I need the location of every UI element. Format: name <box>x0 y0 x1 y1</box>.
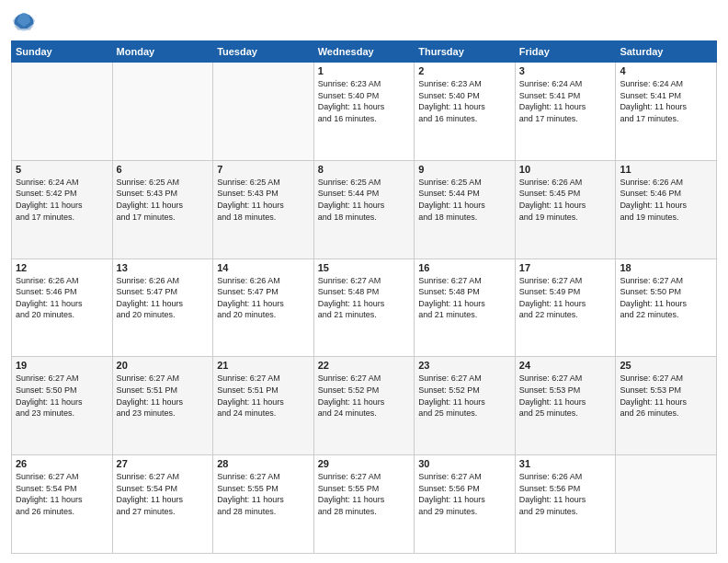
weekday-saturday: Saturday <box>616 41 717 63</box>
day-cell: 28Sunrise: 6:27 AM Sunset: 5:55 PM Dayli… <box>213 455 314 554</box>
day-info: Sunrise: 6:27 AM Sunset: 5:51 PM Dayligh… <box>217 373 310 419</box>
day-cell: 17Sunrise: 6:27 AM Sunset: 5:49 PM Dayli… <box>515 259 616 357</box>
day-info: Sunrise: 6:23 AM Sunset: 5:40 PM Dayligh… <box>418 78 511 124</box>
day-info: Sunrise: 6:24 AM Sunset: 5:41 PM Dayligh… <box>519 78 612 124</box>
day-number: 4 <box>620 65 712 76</box>
day-cell: 5Sunrise: 6:24 AM Sunset: 5:42 PM Daylig… <box>12 160 113 259</box>
day-info: Sunrise: 6:25 AM Sunset: 5:43 PM Dayligh… <box>117 177 210 223</box>
week-row-2: 5Sunrise: 6:24 AM Sunset: 5:42 PM Daylig… <box>12 160 717 259</box>
day-cell: 14Sunrise: 6:26 AM Sunset: 5:47 PM Dayli… <box>213 259 314 357</box>
day-info: Sunrise: 6:26 AM Sunset: 5:47 PM Dayligh… <box>117 275 210 321</box>
day-cell <box>616 455 717 554</box>
day-number: 15 <box>318 262 411 273</box>
day-cell: 8Sunrise: 6:25 AM Sunset: 5:44 PM Daylig… <box>313 160 415 259</box>
day-info: Sunrise: 6:27 AM Sunset: 5:53 PM Dayligh… <box>519 373 612 419</box>
weekday-wednesday: Wednesday <box>313 41 415 63</box>
page: SundayMondayTuesdayWednesdayThursdayFrid… <box>0 0 728 563</box>
day-cell <box>12 63 113 161</box>
day-cell: 9Sunrise: 6:25 AM Sunset: 5:44 PM Daylig… <box>415 160 516 259</box>
day-number: 25 <box>620 360 712 371</box>
day-info: Sunrise: 6:24 AM Sunset: 5:42 PM Dayligh… <box>16 177 108 223</box>
day-number: 26 <box>16 458 108 469</box>
weekday-sunday: Sunday <box>12 41 113 63</box>
day-info: Sunrise: 6:27 AM Sunset: 5:54 PM Dayligh… <box>16 471 108 517</box>
day-info: Sunrise: 6:26 AM Sunset: 5:46 PM Dayligh… <box>16 275 108 321</box>
day-info: Sunrise: 6:26 AM Sunset: 5:47 PM Dayligh… <box>217 275 310 321</box>
day-number: 27 <box>117 458 210 469</box>
day-number: 3 <box>519 65 612 76</box>
day-number: 28 <box>217 458 310 469</box>
day-info: Sunrise: 6:27 AM Sunset: 5:52 PM Dayligh… <box>318 373 411 419</box>
day-number: 12 <box>16 262 108 273</box>
day-number: 8 <box>318 164 411 175</box>
day-cell: 27Sunrise: 6:27 AM Sunset: 5:54 PM Dayli… <box>112 455 213 554</box>
week-row-5: 26Sunrise: 6:27 AM Sunset: 5:54 PM Dayli… <box>12 455 717 554</box>
day-cell: 7Sunrise: 6:25 AM Sunset: 5:43 PM Daylig… <box>213 160 314 259</box>
day-cell: 18Sunrise: 6:27 AM Sunset: 5:50 PM Dayli… <box>616 259 717 357</box>
day-info: Sunrise: 6:25 AM Sunset: 5:44 PM Dayligh… <box>418 177 511 223</box>
day-info: Sunrise: 6:23 AM Sunset: 5:40 PM Dayligh… <box>318 78 411 124</box>
day-cell: 12Sunrise: 6:26 AM Sunset: 5:46 PM Dayli… <box>12 259 113 357</box>
day-info: Sunrise: 6:27 AM Sunset: 5:55 PM Dayligh… <box>318 471 411 517</box>
day-cell: 4Sunrise: 6:24 AM Sunset: 5:41 PM Daylig… <box>616 63 717 161</box>
day-info: Sunrise: 6:27 AM Sunset: 5:55 PM Dayligh… <box>217 471 310 517</box>
day-number: 20 <box>117 360 210 371</box>
day-number: 23 <box>418 360 511 371</box>
week-row-4: 19Sunrise: 6:27 AM Sunset: 5:50 PM Dayli… <box>12 357 717 455</box>
logo-icon <box>11 9 37 35</box>
weekday-header-row: SundayMondayTuesdayWednesdayThursdayFrid… <box>12 41 717 63</box>
weekday-thursday: Thursday <box>415 41 516 63</box>
day-cell: 6Sunrise: 6:25 AM Sunset: 5:43 PM Daylig… <box>112 160 213 259</box>
day-number: 2 <box>418 65 511 76</box>
day-info: Sunrise: 6:25 AM Sunset: 5:43 PM Dayligh… <box>217 177 310 223</box>
day-info: Sunrise: 6:26 AM Sunset: 5:45 PM Dayligh… <box>519 177 612 223</box>
week-row-1: 1Sunrise: 6:23 AM Sunset: 5:40 PM Daylig… <box>12 63 717 161</box>
header <box>11 9 717 35</box>
day-cell: 3Sunrise: 6:24 AM Sunset: 5:41 PM Daylig… <box>515 63 616 161</box>
day-number: 31 <box>519 458 612 469</box>
day-cell: 21Sunrise: 6:27 AM Sunset: 5:51 PM Dayli… <box>213 357 314 455</box>
day-info: Sunrise: 6:27 AM Sunset: 5:48 PM Dayligh… <box>418 275 511 321</box>
day-info: Sunrise: 6:26 AM Sunset: 5:56 PM Dayligh… <box>519 471 612 517</box>
day-cell: 19Sunrise: 6:27 AM Sunset: 5:50 PM Dayli… <box>12 357 113 455</box>
day-cell: 20Sunrise: 6:27 AM Sunset: 5:51 PM Dayli… <box>112 357 213 455</box>
day-number: 19 <box>16 360 108 371</box>
weekday-friday: Friday <box>515 41 616 63</box>
day-info: Sunrise: 6:24 AM Sunset: 5:41 PM Dayligh… <box>620 78 712 124</box>
day-number: 16 <box>418 262 511 273</box>
day-cell <box>112 63 213 161</box>
day-number: 13 <box>117 262 210 273</box>
day-number: 9 <box>418 164 511 175</box>
day-number: 22 <box>318 360 411 371</box>
day-cell: 16Sunrise: 6:27 AM Sunset: 5:48 PM Dayli… <box>415 259 516 357</box>
day-cell: 26Sunrise: 6:27 AM Sunset: 5:54 PM Dayli… <box>12 455 113 554</box>
day-number: 11 <box>620 164 712 175</box>
day-info: Sunrise: 6:27 AM Sunset: 5:49 PM Dayligh… <box>519 275 612 321</box>
day-number: 1 <box>318 65 411 76</box>
day-cell: 24Sunrise: 6:27 AM Sunset: 5:53 PM Dayli… <box>515 357 616 455</box>
day-number: 7 <box>217 164 310 175</box>
day-info: Sunrise: 6:27 AM Sunset: 5:48 PM Dayligh… <box>318 275 411 321</box>
day-number: 6 <box>117 164 210 175</box>
day-info: Sunrise: 6:27 AM Sunset: 5:50 PM Dayligh… <box>16 373 108 419</box>
calendar-table: SundayMondayTuesdayWednesdayThursdayFrid… <box>11 40 717 554</box>
day-number: 29 <box>318 458 411 469</box>
logo <box>11 9 40 35</box>
day-cell: 23Sunrise: 6:27 AM Sunset: 5:52 PM Dayli… <box>415 357 516 455</box>
weekday-tuesday: Tuesday <box>213 41 314 63</box>
day-cell: 11Sunrise: 6:26 AM Sunset: 5:46 PM Dayli… <box>616 160 717 259</box>
day-info: Sunrise: 6:27 AM Sunset: 5:54 PM Dayligh… <box>117 471 210 517</box>
day-cell: 31Sunrise: 6:26 AM Sunset: 5:56 PM Dayli… <box>515 455 616 554</box>
day-number: 24 <box>519 360 612 371</box>
day-cell: 22Sunrise: 6:27 AM Sunset: 5:52 PM Dayli… <box>313 357 415 455</box>
day-cell: 29Sunrise: 6:27 AM Sunset: 5:55 PM Dayli… <box>313 455 415 554</box>
day-cell <box>213 63 314 161</box>
day-info: Sunrise: 6:27 AM Sunset: 5:52 PM Dayligh… <box>418 373 511 419</box>
day-info: Sunrise: 6:27 AM Sunset: 5:53 PM Dayligh… <box>620 373 712 419</box>
day-info: Sunrise: 6:25 AM Sunset: 5:44 PM Dayligh… <box>318 177 411 223</box>
day-number: 21 <box>217 360 310 371</box>
week-row-3: 12Sunrise: 6:26 AM Sunset: 5:46 PM Dayli… <box>12 259 717 357</box>
day-number: 17 <box>519 262 612 273</box>
day-info: Sunrise: 6:27 AM Sunset: 5:51 PM Dayligh… <box>117 373 210 419</box>
day-cell: 15Sunrise: 6:27 AM Sunset: 5:48 PM Dayli… <box>313 259 415 357</box>
